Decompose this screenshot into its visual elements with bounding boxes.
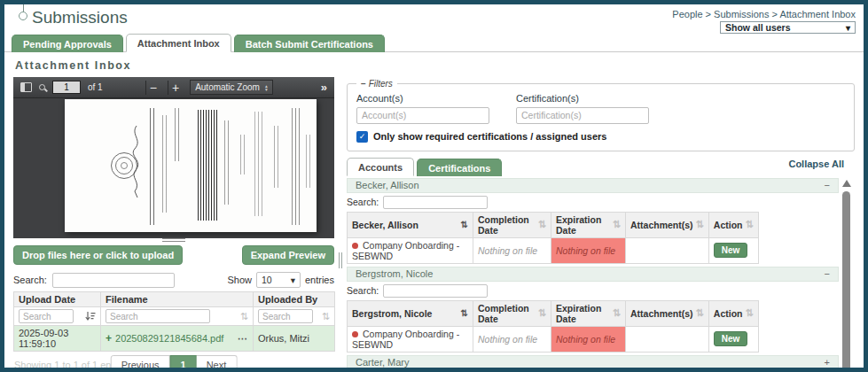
column-header-attachments[interactable]: Attachment(s)⇅	[626, 300, 709, 326]
sort-icon: ⇅	[613, 219, 621, 230]
column-header-action[interactable]: Action⇅	[708, 300, 758, 326]
page-count-label: of 1	[88, 82, 103, 92]
app-window: Submissions People > Submissions > Attac…	[0, 0, 868, 372]
certifications-input[interactable]	[516, 107, 649, 124]
required-only-label: Only show required certifications / assi…	[373, 131, 606, 142]
group-name: Bergstrom, Nicole	[356, 268, 433, 279]
group-search-input[interactable]	[383, 284, 488, 298]
expand-icon[interactable]: +	[825, 357, 830, 368]
main-area: of 1 − + Automatic Zoom ▴▾ »	[4, 74, 864, 368]
zoom-level-select[interactable]: Automatic Zoom ▴▾	[190, 80, 273, 95]
column-header-attachments[interactable]: Attachment(s)⇅	[626, 212, 709, 237]
column-header-uploaded-by[interactable]: Uploaded By	[254, 292, 335, 307]
attachment-panel: of 1 − + Automatic Zoom ▴▾ »	[13, 77, 334, 368]
more-tools-button[interactable]: »	[321, 81, 327, 94]
expiration-date-cell: Nothing on file	[551, 237, 626, 263]
page-1-button[interactable]: 1	[170, 355, 197, 372]
sort-icon: ⇅	[538, 307, 546, 319]
collapse-icon[interactable]: −	[825, 180, 830, 190]
column-header-expiration-date[interactable]: Expiration Date⇅	[551, 212, 626, 237]
column-header-expiration-date[interactable]: Expiration Date⇅	[551, 300, 626, 326]
certification-name: Company Onboarding - SEBWND	[352, 240, 459, 261]
search-icon[interactable]	[39, 84, 45, 90]
pagination: Previous 1 Next	[111, 355, 238, 372]
sort-icon: ⇅	[613, 307, 621, 319]
upload-date-search-input[interactable]	[19, 309, 74, 323]
column-header-filename[interactable]: Filename	[101, 292, 254, 307]
tab-attachment-inbox[interactable]: Attachment Inbox	[126, 34, 231, 52]
upload-date-cell: 2025-09-03 11:59:10	[14, 326, 101, 352]
next-page-button[interactable]: Next	[197, 355, 238, 372]
file-add-icon[interactable]: +	[106, 332, 112, 345]
upload-dropzone-button[interactable]: Drop files here or click to upload	[13, 245, 183, 265]
zoom-out-button[interactable]: −	[145, 81, 160, 95]
group-header-becker-allison[interactable]: Becker, Allison −	[347, 178, 839, 193]
uploaded-by-cell: Orkus, Mitzi	[254, 326, 335, 352]
select-spinner-icon: ▴▾	[265, 84, 268, 91]
user-filter-select[interactable]: Show all users ▾	[720, 21, 856, 34]
accordion-scrollbar[interactable]	[842, 180, 851, 372]
certification-row: Company Onboarding - SEBWND Nothing on f…	[348, 237, 759, 263]
completion-date-cell: Nothing on file	[473, 237, 551, 263]
certifications-panel: − Filters Account(s) Certification(s) ✓	[347, 77, 858, 368]
column-header-user[interactable]: Becker, Allison⇅	[348, 212, 473, 237]
status-dot-icon	[352, 331, 358, 337]
previous-page-button[interactable]: Previous	[111, 355, 170, 372]
row-menu-button[interactable]: ⋯	[238, 333, 248, 345]
column-header-upload-date[interactable]: Upload Date	[14, 292, 101, 307]
filters-fieldset: − Filters Account(s) Certification(s) ✓	[347, 79, 855, 151]
accounts-input[interactable]	[356, 107, 489, 124]
pdf-page-preview	[65, 99, 317, 232]
sort-icon: ⇅	[461, 220, 468, 229]
user-filter-value: Show all users	[725, 22, 791, 33]
breadcrumb[interactable]: People > Submissions > Attachment Inbox	[672, 9, 856, 19]
sort-icon: ⇅	[538, 219, 546, 230]
required-only-checkbox[interactable]: ✓	[356, 131, 368, 143]
scrollbar-thumb[interactable]	[842, 191, 850, 372]
certification-name: Company Onboarding - SEBWND	[352, 329, 459, 350]
column-header-completion-date[interactable]: Completion Date⇅	[473, 300, 551, 326]
sort-icon[interactable]: ⇅	[322, 311, 330, 322]
attachment-row[interactable]: 2025-09-03 11:59:10 + 20250829121845684.…	[14, 326, 335, 352]
group-header-bergstrom-nicole[interactable]: Bergstrom, Nicole −	[347, 267, 839, 282]
zoom-in-button[interactable]: +	[168, 81, 183, 95]
group-search-row: Search:	[347, 196, 839, 209]
group-search-input[interactable]	[383, 196, 488, 209]
collapse-icon[interactable]: −	[825, 268, 830, 279]
expand-preview-button[interactable]: Expand Preview	[242, 245, 334, 265]
uploaded-by-search-input[interactable]	[258, 309, 313, 323]
attachments-search-input[interactable]	[52, 273, 175, 288]
zoom-level-value: Automatic Zoom	[195, 82, 260, 92]
scroll-up-icon[interactable]	[842, 180, 851, 187]
completion-date-cell: Nothing on file	[473, 326, 551, 352]
column-header-action[interactable]: Action⇅	[708, 212, 758, 237]
sort-icon: ⇅	[696, 307, 704, 319]
new-button[interactable]: New	[714, 331, 748, 346]
certifications-table-becker: Becker, Allison⇅ Completion Date⇅ Expira…	[347, 212, 759, 264]
new-button[interactable]: New	[714, 243, 748, 258]
page-size-select[interactable]: 10 ▾	[256, 272, 301, 288]
resize-handle-horizontal[interactable]	[13, 238, 334, 244]
tab-batch-submit-certifications[interactable]: Batch Submit Certifications	[234, 35, 385, 52]
filename-search-input[interactable]	[106, 309, 210, 323]
upload-button-row: Drop files here or click to upload Expan…	[13, 245, 334, 265]
sort-amount-desc-icon[interactable]	[85, 312, 96, 322]
entries-label: entries	[305, 275, 334, 285]
certifications-table-bergstrom: Bergstrom, Nicole⇅ Completion Date⇅ Expi…	[347, 300, 759, 353]
sidebar-toggle-icon[interactable]	[20, 82, 32, 92]
collapse-all-link[interactable]: Collapse All	[788, 159, 844, 169]
page-number-input[interactable]	[52, 81, 81, 94]
tab-certifications[interactable]: Certifications	[417, 159, 502, 176]
group-header-carter-mary[interactable]: Carter, Mary +	[347, 355, 839, 370]
tab-accounts[interactable]: Accounts	[347, 158, 414, 176]
chevron-down-icon: ▾	[846, 23, 850, 33]
search-label: Search:	[347, 197, 379, 207]
resize-handle-vertical[interactable]	[334, 77, 347, 368]
filename-link[interactable]: 20250829121845684.pdf	[115, 333, 234, 344]
column-header-completion-date[interactable]: Completion Date⇅	[473, 212, 551, 237]
filename-cell: + 20250829121845684.pdf ⋯	[101, 326, 254, 352]
sort-icon[interactable]: ⇅	[240, 311, 248, 322]
column-header-user[interactable]: Bergstrom, Nicole⇅	[348, 300, 473, 326]
collapse-filters-icon[interactable]: −	[361, 79, 366, 89]
tab-pending-approvals[interactable]: Pending Approvals	[12, 35, 123, 52]
